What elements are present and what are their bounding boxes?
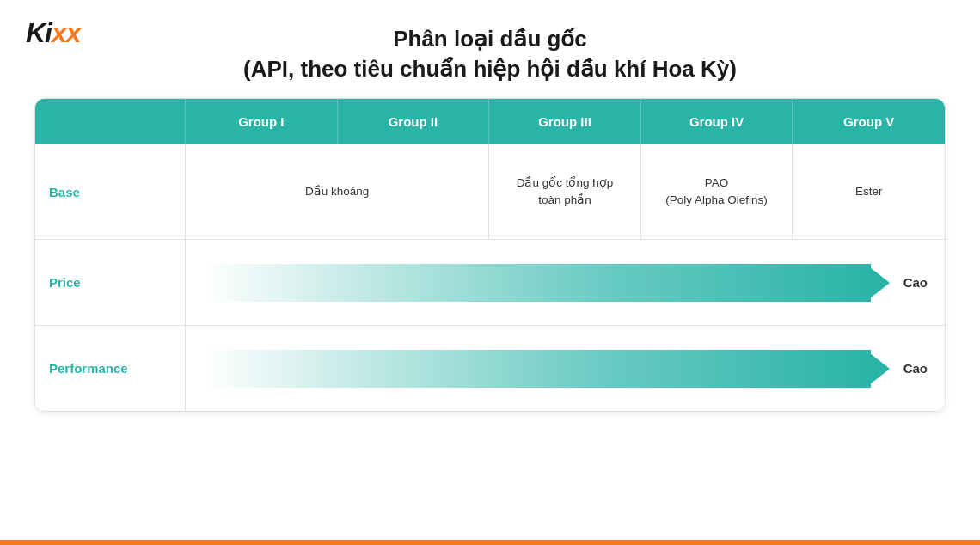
performance-arrow-head [866,350,890,388]
table-header: Group I Group II Group III Group IV Grou… [35,99,945,144]
row-label-price: Price [35,240,186,325]
header-col4: Group IV [641,99,793,144]
table-row-performance: Performance Cao [35,325,945,411]
price-gradient-arrow [203,264,890,302]
bottom-bar [0,540,980,545]
performance-arrow-label: Cao [903,361,928,376]
performance-arrow-wrapper: Cao [203,350,928,388]
header-col5: Group V [793,99,945,144]
base-data-grid: Dầu khoáng Dầu gốc tổng hợp toàn phần PA… [186,144,945,239]
price-gradient-bar [203,264,871,302]
row-label-performance: Performance [35,326,186,411]
base-cell-group3-text: Dầu gốc tổng hợp toàn phần [517,175,614,210]
performance-gradient-bar [203,350,871,388]
base-cell-group3: Dầu gốc tổng hợp toàn phần [489,144,641,239]
title-line1: Phân loại dầu gốc [0,24,980,54]
base-cell-group12: Dầu khoáng [186,144,489,239]
base-cell-group12-text: Dầu khoáng [305,183,369,200]
base-cell-group5: Ester [793,144,945,239]
page-title-area: Phân loại dầu gốc (API, theo tiêu chuẩn … [0,0,980,98]
base-cell-group4-text: PAO (Poly Alpha Olefins) [665,175,768,210]
base-cell-group5-text: Ester [855,183,883,200]
logo-accent: xx [52,17,81,48]
logo-text: Kixx [26,17,81,48]
performance-data-cell: Cao [186,326,945,411]
page-title: Phân loại dầu gốc (API, theo tiêu chuẩn … [0,24,980,84]
header-col1: Group I [186,99,338,144]
title-line2: (API, theo tiêu chuẩn hiệp hội dầu khí H… [0,54,980,84]
logo: Kixx [26,17,81,49]
price-arrow-wrapper: Cao [203,264,928,302]
price-arrow-head [866,264,890,302]
main-table: Group I Group II Group III Group IV Grou… [34,98,946,412]
header-col3: Group III [489,99,641,144]
header-col0 [35,99,186,144]
table-row-base: Base Dầu khoáng Dầu gốc tổng hợp toàn ph… [35,144,945,239]
price-arrow-label: Cao [903,275,928,290]
row-label-base: Base [35,144,186,239]
price-data-cell: Cao [186,240,945,325]
performance-gradient-arrow [203,350,890,388]
header-col2: Group II [338,99,490,144]
base-cell-group4: PAO (Poly Alpha Olefins) [641,144,793,239]
table-row-price: Price Cao [35,239,945,325]
